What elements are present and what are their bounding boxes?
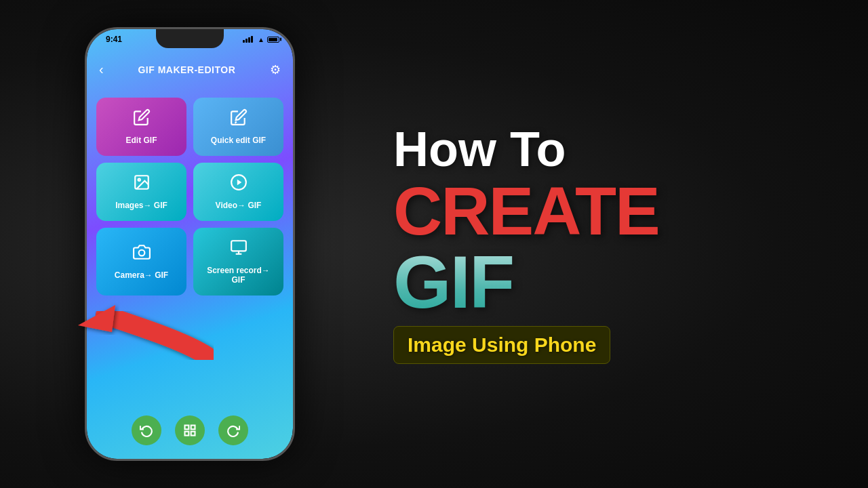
quick-edit-gif-icon <box>230 108 248 130</box>
phone-mockup-container: 9:41 ▲ <box>27 14 353 474</box>
svg-line-0 <box>235 122 236 123</box>
signal-bar-1 <box>243 40 245 43</box>
battery-fill <box>269 38 277 41</box>
edit-gif-button[interactable]: Edit GIF <box>96 98 186 156</box>
images-to-gif-icon <box>133 174 151 195</box>
screen-record-label: Screen record→ GIF <box>200 266 277 285</box>
nav-button-1[interactable] <box>132 415 161 445</box>
quick-edit-gif-label: Quick edit GIF <box>211 136 266 145</box>
back-button[interactable]: ‹ <box>99 62 104 77</box>
app-buttons-grid: Edit GIF Quick edit GIF <box>87 91 293 302</box>
status-time: 9:41 <box>106 35 122 44</box>
camera-to-gif-label: Camera→ GIF <box>115 270 168 280</box>
headline-create: CREATE <box>393 177 659 245</box>
svg-rect-10 <box>191 432 195 436</box>
headline-how-to: How To <box>393 125 566 174</box>
nav-button-2[interactable] <box>175 415 205 445</box>
settings-icon[interactable]: ⚙ <box>270 62 281 77</box>
battery-icon <box>267 37 279 43</box>
status-bar: 9:41 ▲ <box>87 35 293 44</box>
screen-record-icon <box>230 239 248 260</box>
svg-rect-6 <box>231 241 246 251</box>
screen-record-to-gif-button[interactable]: Screen record→ GIF <box>193 228 283 296</box>
svg-point-5 <box>138 250 144 256</box>
video-to-gif-button[interactable]: Video→ GIF <box>193 163 283 221</box>
wifi-icon: ▲ <box>258 36 264 43</box>
nav-button-3[interactable] <box>218 415 248 445</box>
app-title: GIF MAKER-EDITOR <box>138 64 235 75</box>
camera-to-gif-icon <box>133 243 151 265</box>
signal-bar-4 <box>251 36 253 43</box>
headline-gif: GIF <box>393 245 513 319</box>
svg-point-2 <box>138 179 140 181</box>
subtitle-text: Image Using Phone <box>408 333 596 356</box>
camera-to-gif-button[interactable]: Camera→ GIF <box>96 228 186 296</box>
signal-bar-3 <box>248 37 250 43</box>
right-content: How To CREATE GIF Image Using Phone <box>366 14 841 474</box>
signal-bar-2 <box>245 39 248 43</box>
svg-marker-4 <box>237 180 241 186</box>
subtitle-box: Image Using Phone <box>393 326 610 364</box>
images-to-gif-label: Images→ GIF <box>115 201 167 210</box>
bottom-nav <box>87 415 293 445</box>
edit-gif-icon <box>133 108 151 130</box>
app-header: ‹ GIF MAKER-EDITOR ⚙ <box>87 55 293 84</box>
edit-gif-label: Edit GIF <box>126 136 157 145</box>
phone-outer-shell: 9:41 ▲ <box>85 27 295 461</box>
quick-edit-gif-button[interactable]: Quick edit GIF <box>193 98 283 156</box>
images-to-gif-button[interactable]: Images→ GIF <box>96 163 186 221</box>
video-to-gif-icon <box>230 174 248 195</box>
svg-rect-8 <box>185 426 189 430</box>
status-icons: ▲ <box>243 36 279 43</box>
phone-screen: 9:41 ▲ <box>87 29 293 459</box>
video-to-gif-label: Video→ GIF <box>216 201 262 210</box>
svg-rect-11 <box>185 432 189 436</box>
svg-rect-9 <box>191 426 195 430</box>
